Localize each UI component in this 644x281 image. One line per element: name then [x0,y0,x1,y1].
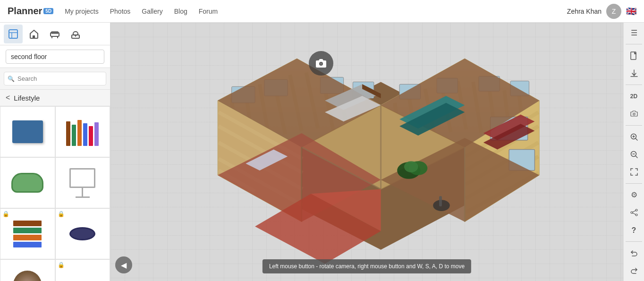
nav-arrow-left[interactable]: ◀ [115,256,132,273]
logo-text: Planner [8,6,42,17]
svg-line-94 [633,213,636,214]
help-icon: ? [632,226,636,235]
svg-line-89 [636,156,637,158]
floor-dropdown[interactable]: first floor second floor third floor [0,45,110,68]
list-item[interactable] [0,106,55,157]
svg-point-82 [633,113,635,115]
item-book-blue-img [8,113,46,151]
right-sidebar: ☰ 2D ⚙ ? [623,23,644,281]
floor-select[interactable]: first floor second floor third floor [6,50,104,64]
svg-line-93 [633,211,636,212]
list-item[interactable] [55,157,110,208]
toolbar [0,23,110,45]
nav-photos[interactable]: Photos [110,8,131,15]
svg-point-90 [636,209,637,211]
user-name: Zehra Khan [567,8,602,15]
category-title: Lifestyle [14,94,40,102]
items-grid: 🔒 🔒 [0,106,110,281]
main-layout: first floor second floor third floor 🔍 <… [0,23,644,281]
item-books-vertical-img [8,215,46,253]
list-item[interactable]: 🔒 [55,208,110,259]
search-bar: 🔍 [0,68,110,90]
divider [626,183,642,184]
lock-icon: 🔒 [58,211,65,217]
download-button[interactable] [626,65,643,82]
divider [626,85,642,85]
svg-line-86 [636,138,637,140]
svg-point-69 [404,161,418,172]
tool-home[interactable] [25,25,43,43]
help-button[interactable]: ? [626,222,643,238]
nav-forum[interactable]: Forum [199,8,218,15]
svg-rect-0 [9,30,17,38]
lock-icon: 🔒 [2,211,9,217]
item-whiteboard-img [64,164,102,202]
user-area: Zehra Khan Z 🇬🇧 [567,4,636,19]
divider [626,44,642,44]
avatar[interactable]: Z [606,4,621,19]
category-header[interactable]: < Lifestyle [0,90,110,106]
canvas-tooltip: Left mouse button - rotate camera, right… [263,259,471,273]
svg-point-10 [320,63,322,65]
zoom-out-button[interactable] [626,146,643,162]
nav-my-projects[interactable]: My projects [65,8,99,15]
tool-other[interactable] [66,25,85,43]
divider [626,241,642,242]
search-icon: 🔍 [8,76,15,82]
camera-button[interactable] [309,51,333,76]
tool-furniture[interactable] [45,25,64,43]
item-books-stack-img [64,113,102,151]
camera-view-button[interactable] [626,106,643,122]
2d-button[interactable]: 2D [626,88,643,104]
tool-floor-plan[interactable] [4,25,23,43]
fit-button[interactable] [626,164,643,180]
files-button[interactable] [626,47,643,64]
svg-point-92 [636,214,637,216]
nav-links: My projects Photos Gallery Blog Forum [65,8,567,15]
back-icon: < [6,94,10,102]
item-cylinder-img [64,215,102,253]
undo-button[interactable] [626,245,643,261]
settings-button[interactable]: ⚙ [626,187,643,203]
lock-icon: 🔒 [58,262,65,268]
left-sidebar: first floor second floor third floor 🔍 <… [0,23,110,281]
nav-blog[interactable]: Blog [174,8,187,15]
item-rug-img [8,266,46,281]
2d-label: 2D [630,93,637,100]
zoom-in-button[interactable] [626,128,643,145]
flag-icon: 🇬🇧 [626,6,636,17]
svg-rect-71 [439,196,442,206]
nav-gallery[interactable]: Gallery [142,8,162,15]
list-item[interactable] [0,157,55,208]
logo-badge: 5D [43,8,53,14]
canvas-area[interactable]: Left mouse button - rotate camera, right… [110,23,623,281]
floorplan-3d [110,23,623,281]
top-nav: Planner 5D My projects Photos Gallery Bl… [0,0,644,23]
svg-rect-1 [33,35,35,39]
svg-point-91 [631,212,633,213]
list-item[interactable]: 🔒 [0,208,55,259]
share-button[interactable] [626,204,643,221]
menu-button[interactable]: ☰ [626,25,643,41]
list-item[interactable] [0,259,55,281]
logo[interactable]: Planner 5D [8,6,53,17]
divider [626,125,642,126]
list-item[interactable] [55,106,110,157]
redo-button[interactable] [626,263,643,279]
item-bathtub-img [8,164,46,202]
search-input[interactable] [4,72,106,85]
list-item[interactable]: 🔒 [55,259,110,281]
